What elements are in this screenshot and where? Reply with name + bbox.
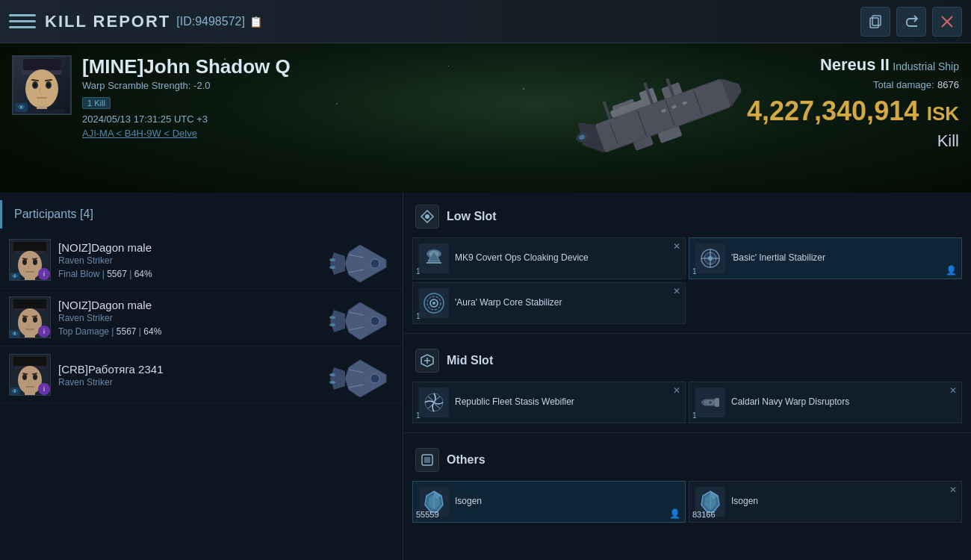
participant-info: [NOIZ]Dagon male Raven Striker Top Damag… — [58, 299, 326, 337]
svg-rect-1 — [872, 16, 881, 25]
participant-row[interactable]: i 👁 [NOIZ]Dagon male Raven Striker Top D… — [0, 289, 403, 346]
item-cell[interactable]: 1 'Basic' Inertial Stabilizer 👤 — [689, 237, 962, 279]
rank-badge: i — [38, 268, 50, 280]
svg-point-53 — [370, 259, 379, 268]
svg-rect-78 — [13, 357, 46, 367]
isk-label: ISK — [927, 102, 959, 125]
item-name: 'Aura' Warp Core Stabilizer — [455, 297, 679, 309]
rank-badge: i — [38, 383, 50, 395]
rank-badge: i — [38, 326, 50, 337]
header-actions — [860, 7, 962, 37]
item-cell[interactable]: 55559 Isogen 👤 — [412, 481, 686, 523]
svg-point-96 — [425, 214, 429, 219]
svg-marker-52 — [330, 252, 345, 275]
svg-point-72 — [370, 317, 379, 326]
participant-info: [CRB]Работяга 2341 Raven Striker — [58, 363, 326, 388]
participant-ship-image — [326, 237, 394, 282]
participant-row[interactable]: i 👁 [CRB]Работяга 2341 Raven Striker — [0, 346, 403, 404]
svg-rect-119 — [424, 457, 430, 463]
participant-avatar-2: i 👁 — [9, 296, 51, 338]
participant-avatar-3: i 👁 — [9, 354, 51, 396]
item-person-icon: 👤 — [669, 508, 680, 519]
svg-marker-71 — [330, 310, 345, 332]
svg-point-27 — [25, 69, 58, 108]
participant-info: [NOIZ]Dagon male Raven Striker Final Blo… — [58, 241, 326, 279]
svg-point-91 — [370, 374, 379, 383]
share-button[interactable] — [896, 7, 926, 37]
svg-line-32 — [32, 80, 38, 81]
svg-point-117 — [708, 400, 713, 405]
participant-ship-image — [326, 295, 394, 340]
participant-row[interactable]: i 👁 [NOIZ]Dagon male Raven Striker Final… — [0, 231, 403, 289]
svg-point-76 — [329, 323, 335, 326]
mid-slot-section: Mid Slot 1 Republic Fleet — [403, 337, 971, 429]
copy-icon[interactable]: 📋 — [249, 16, 262, 28]
participant-ship-image — [326, 352, 394, 397]
total-damage-value: 8676 — [937, 79, 959, 90]
item-icon-warpcore — [419, 288, 449, 318]
participant-stats: Top Damage | 5567 | 64% — [58, 326, 326, 337]
svg-point-82 — [33, 374, 37, 380]
report-copy-button[interactable] — [860, 7, 890, 37]
svg-line-83 — [22, 373, 28, 374]
participant-avatar-1: i 👁 — [9, 239, 51, 281]
item-icon-stabilizer — [695, 243, 725, 273]
close-button[interactable] — [932, 7, 962, 37]
item-drop-icon: ✕ — [673, 286, 680, 296]
pilot-eye-icon: 👁 — [15, 103, 28, 112]
participant-ship: Raven Striker — [58, 377, 326, 388]
participants-panel: Participants [4] i — [0, 193, 403, 560]
item-cell[interactable]: 1 Caldari Navy Warp Disruptors ✕ — [689, 382, 962, 423]
section-divider — [403, 333, 971, 334]
low-slot-header: Low Slot — [412, 199, 962, 234]
svg-line-46 — [32, 258, 37, 259]
item-drop-icon: ✕ — [949, 485, 957, 495]
svg-marker-90 — [330, 367, 345, 390]
svg-marker-51 — [345, 245, 386, 282]
item-cell[interactable]: 1 Republic Fleet Stasis Webifier ✕ — [412, 382, 686, 423]
eye-badge: 👁 — [10, 330, 20, 337]
eye-badge: 👁 — [10, 273, 20, 280]
low-slot-icon — [415, 205, 439, 228]
svg-line-34 — [40, 88, 40, 93]
mid-slot-items: 1 Republic Fleet Stasis Webifier ✕ — [412, 382, 962, 423]
item-icon-cloak — [419, 243, 449, 273]
others-header: Others — [412, 442, 962, 478]
item-cell[interactable]: 1 'Aura' Warp Core Stabilizer ✕ — [412, 282, 686, 324]
svg-point-30 — [34, 84, 37, 87]
svg-rect-59 — [13, 299, 46, 310]
others-items: 55559 Isogen 👤 8316 — [412, 481, 962, 523]
low-slot-section: Low Slot 1 MK9 Covert Ops Cloaking Devic — [403, 193, 971, 330]
item-name: Isogen — [731, 496, 955, 508]
header: KILL REPORT [ID:9498572] 📋 — [0, 0, 971, 43]
others-icon — [415, 448, 439, 472]
ship-name: Nereus II — [820, 55, 890, 74]
svg-rect-40 — [13, 242, 46, 252]
participants-header: Participants [4] — [0, 200, 403, 228]
svg-point-56 — [329, 258, 335, 261]
main-layout: Participants [4] i — [0, 193, 971, 560]
item-icon-disruptor — [695, 388, 725, 417]
svg-point-63 — [33, 317, 37, 323]
item-name: 'Basic' Inertial Stabilizer — [731, 252, 955, 264]
kill-count: 1 Kill — [82, 97, 111, 109]
total-damage-label: Total damage: — [873, 79, 934, 90]
svg-line-64 — [22, 316, 28, 317]
item-cell[interactable]: 1 MK9 Covert Ops Cloaking Device ✕ — [412, 237, 686, 279]
item-drop-icon: ✕ — [949, 385, 957, 396]
menu-icon[interactable] — [9, 8, 36, 35]
item-name: Caldari Navy Warp Disruptors — [731, 396, 955, 408]
mid-slot-label: Mid Slot — [447, 354, 493, 367]
item-cell[interactable]: 83166 Isogen ✕ — [689, 481, 962, 523]
eye-badge: 👁 — [10, 388, 20, 395]
svg-rect-87 — [25, 392, 35, 395]
svg-point-31 — [47, 84, 50, 87]
svg-rect-0 — [870, 18, 878, 28]
svg-line-65 — [32, 316, 37, 317]
item-icon-webifier — [419, 388, 449, 417]
participant-ship: Raven Striker — [58, 255, 326, 266]
svg-point-57 — [329, 266, 335, 269]
mid-slot-header: Mid Slot — [412, 343, 962, 379]
mid-slot-icon — [415, 349, 439, 373]
others-label: Others — [447, 453, 486, 467]
